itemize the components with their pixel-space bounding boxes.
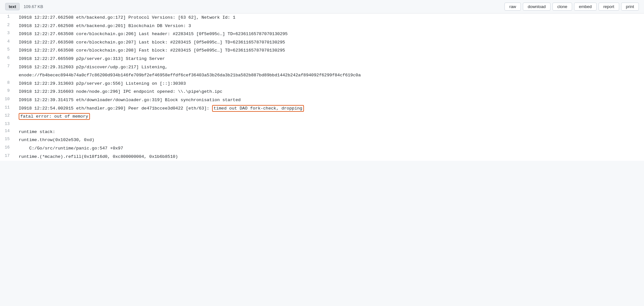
line-content: I0918 12:22:27.665509 p2p/server.go:313]… (16, 55, 644, 63)
report-button[interactable]: report (599, 3, 619, 11)
code-table: 1I0918 12:22:27.662508 eth/backend.go:17… (0, 14, 644, 161)
table-row: 7I0918 12:22:29.312603 p2p/discover/udp.… (0, 63, 644, 72)
file-size: 109.67 KB (24, 4, 43, 9)
print-button[interactable]: print (621, 3, 639, 11)
line-content: I0918 12:22:27.662508 eth/backend.go:201… (16, 22, 644, 30)
error-highlight: fatal error: out of memory (19, 113, 90, 120)
line-content (16, 121, 644, 128)
line-number: 8 (0, 80, 16, 88)
line-content: I0918 12:22:27.663508 core/blockchain.go… (16, 30, 644, 38)
table-row: 9I0918 12:22:29.316603 node/node.go:296]… (0, 88, 644, 96)
table-row: 8I0918 12:22:29.313603 p2p/server.go:556… (0, 80, 644, 88)
line-number: 12 (0, 112, 16, 121)
line-number: 3 (0, 30, 16, 38)
table-row: 12fatal error: out of memory (0, 112, 644, 121)
line-number: 16 (0, 144, 16, 153)
line-content: I0918 12:22:27.662508 eth/backend.go:172… (16, 14, 644, 22)
line-number: 17 (0, 153, 16, 161)
line-content: enode://fb4becec8944b74a0cf7c86200d934b1… (16, 71, 644, 80)
line-content: I0918 12:22:27.663508 core/blockchain.go… (16, 46, 644, 55)
table-row: 6I0918 12:22:27.665509 p2p/server.go:313… (0, 55, 644, 63)
line-number: 9 (0, 88, 16, 96)
table-row: 3I0918 12:22:27.663508 core/blockchain.g… (0, 30, 644, 38)
table-row: 5I0918 12:22:27.663508 core/blockchain.g… (0, 46, 644, 55)
table-row: 10I0918 12:22:39.314175 eth/downloader/d… (0, 96, 644, 104)
raw-button[interactable]: raw (504, 3, 521, 11)
line-content: I0918 12:22:29.312603 p2p/discover/udp.g… (16, 63, 644, 72)
line-number: 14 (0, 128, 16, 136)
code-container: 1I0918 12:22:27.662508 eth/backend.go:17… (0, 14, 644, 161)
line-number: 1 (0, 14, 16, 22)
file-type-badge: text (5, 3, 20, 10)
line-content: I0918 12:22:27.663508 core/blockchain.go… (16, 38, 644, 47)
line-content: I0918 12:22:54.002015 eth/handler.go:290… (16, 104, 644, 113)
download-button[interactable]: download (523, 3, 551, 11)
table-row: 17runtime.(*mcache).refill(0x18f16d0, 0x… (0, 153, 644, 161)
line-content: runtime stack: (16, 128, 644, 136)
table-row: 4I0918 12:22:27.663508 core/blockchain.g… (0, 38, 644, 47)
table-row: 2I0918 12:22:27.662508 eth/backend.go:20… (0, 22, 644, 30)
clone-button[interactable]: clone (552, 3, 572, 11)
toolbar-left: text 109.67 KB (5, 3, 43, 10)
line-number (0, 71, 16, 80)
toolbar-right: rawdownloadcloneembedreportprint (504, 3, 639, 11)
line-content: I0918 12:22:29.316603 node/node.go:296] … (16, 88, 644, 96)
table-row: 11I0918 12:22:54.002015 eth/handler.go:2… (0, 104, 644, 113)
line-content: C:/Go/src/runtime/panic.go:547 +0x97 (16, 144, 644, 153)
table-row: 13 (0, 121, 644, 128)
line-number: 10 (0, 96, 16, 104)
table-row: 1I0918 12:22:27.662508 eth/backend.go:17… (0, 14, 644, 22)
line-content: I0918 12:22:39.314175 eth/downloader/dow… (16, 96, 644, 104)
line-number: 13 (0, 121, 16, 128)
line-number: 6 (0, 55, 16, 63)
table-row: 14runtime stack: (0, 128, 644, 136)
table-row: 16 C:/Go/src/runtime/panic.go:547 +0x97 (0, 144, 644, 153)
line-content: fatal error: out of memory (16, 112, 644, 121)
line-number: 2 (0, 22, 16, 30)
toolbar: text 109.67 KB rawdownloadcloneembedrepo… (0, 0, 644, 14)
timeout-highlight: timed out DAO fork-check, dropping (212, 105, 304, 112)
line-content: I0918 12:22:29.313603 p2p/server.go:556]… (16, 80, 644, 88)
table-row: enode://fb4becec8944b74a0cf7c86200d934b1… (0, 71, 644, 80)
line-number: 15 (0, 136, 16, 144)
table-row: 15runtime.throw(0x102e530, 0xd) (0, 136, 644, 144)
line-number: 11 (0, 104, 16, 113)
line-content: runtime.throw(0x102e530, 0xd) (16, 136, 644, 144)
line-number: 5 (0, 46, 16, 55)
line-number: 4 (0, 38, 16, 47)
line-number: 7 (0, 63, 16, 72)
embed-button[interactable]: embed (574, 3, 597, 11)
line-content: runtime.(*mcache).refill(0x18f16d0, 0xc8… (16, 153, 644, 161)
